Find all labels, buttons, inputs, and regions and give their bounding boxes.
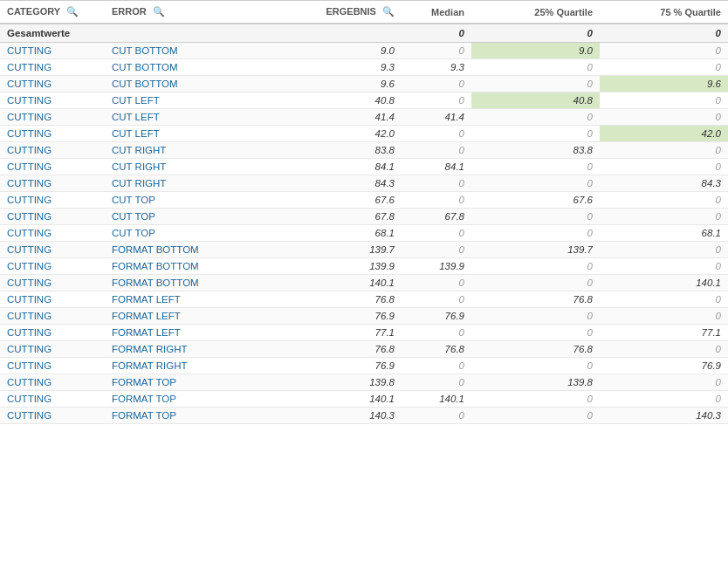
- error-cell: FORMAT RIGHT: [105, 358, 306, 374]
- median-cell: 0: [402, 358, 471, 374]
- ergebnis-cell: 77.1: [306, 325, 402, 341]
- q25-cell: 139.8: [471, 374, 600, 391]
- table-row: CUTTINGCUT TOP68.10068.1: [0, 225, 728, 242]
- median-cell: 76.9: [402, 308, 471, 325]
- table-row: CUTTINGCUT LEFT42.00042.0: [0, 126, 728, 142]
- median-cell: 0: [402, 325, 471, 341]
- ergebnis-cell: 76.8: [306, 291, 402, 308]
- median-cell: 0: [402, 142, 471, 159]
- q25-cell: 0: [471, 391, 600, 408]
- category-cell: CUTTING: [0, 126, 105, 142]
- error-cell: FORMAT TOP: [105, 408, 306, 424]
- ergebnis-cell: 67.6: [306, 192, 402, 209]
- table-row: CUTTINGFORMAT BOTTOM139.9139.900: [0, 258, 728, 275]
- median-cell: 0: [402, 43, 471, 59]
- q25-cell: 0: [471, 408, 600, 424]
- ergebnis-cell: 41.4: [306, 109, 402, 126]
- error-cell: CUT BOTTOM: [105, 76, 306, 93]
- category-cell: CUTTING: [0, 76, 105, 93]
- error-cell: CUT RIGHT: [105, 159, 306, 175]
- q25-cell: 0: [471, 59, 600, 76]
- q75-cell: 0: [600, 242, 728, 258]
- median-cell: 140.1: [402, 391, 471, 408]
- table-header-row: CATEGORY 🔍 ERROR 🔍 ERGEBNIS 🔍 Median 25%…: [0, 1, 728, 24]
- error-cell: FORMAT LEFT: [105, 325, 306, 341]
- median-cell: 0: [402, 76, 471, 93]
- error-cell: FORMAT BOTTOM: [105, 275, 306, 291]
- median-cell: 0: [402, 291, 471, 308]
- category-cell: CUTTING: [0, 209, 105, 225]
- ergebnis-cell: 76.8: [306, 341, 402, 358]
- table-row: CUTTINGCUT BOTTOM9.39.300: [0, 59, 728, 76]
- table-row: CUTTINGFORMAT TOP140.300140.3: [0, 408, 728, 424]
- ergebnis-cell: 9.0: [306, 43, 402, 59]
- table-row: CUTTINGFORMAT LEFT76.8076.80: [0, 291, 728, 308]
- median-cell: 0: [402, 192, 471, 209]
- error-header: ERROR 🔍: [105, 1, 306, 24]
- data-table: CATEGORY 🔍 ERROR 🔍 ERGEBNIS 🔍 Median 25%…: [0, 0, 728, 424]
- q25-header: 25% Quartile: [471, 1, 600, 24]
- error-cell: CUT TOP: [105, 225, 306, 242]
- median-cell: 9.3: [402, 59, 471, 76]
- category-cell: CUTTING: [0, 358, 105, 374]
- ergebnis-cell: 76.9: [306, 358, 402, 374]
- q25-cell: 0: [471, 209, 600, 225]
- table-row: CUTTINGFORMAT RIGHT76.876.876.80: [0, 341, 728, 358]
- category-cell: CUTTING: [0, 109, 105, 126]
- ergebnis-cell: 84.1: [306, 159, 402, 175]
- table-row: CUTTINGCUT BOTTOM9.009.00: [0, 43, 728, 59]
- q25-cell: 9.0: [471, 43, 600, 59]
- category-cell: CUTTING: [0, 175, 105, 192]
- table-row: CUTTINGCUT RIGHT83.8083.80: [0, 142, 728, 159]
- totals-q25: 0: [471, 24, 600, 43]
- ergebnis-cell: 9.3: [306, 59, 402, 76]
- ergebnis-cell: 9.6: [306, 76, 402, 93]
- q75-cell: 76.9: [600, 358, 728, 374]
- median-cell: 0: [402, 408, 471, 424]
- error-search-icon[interactable]: 🔍: [153, 6, 165, 17]
- q75-header: 75 % Quartile: [600, 1, 728, 24]
- category-cell: CUTTING: [0, 258, 105, 275]
- median-cell: 84.1: [402, 159, 471, 175]
- category-header: CATEGORY 🔍: [0, 1, 105, 24]
- ergebnis-cell: 139.8: [306, 374, 402, 391]
- q25-cell: 0: [471, 225, 600, 242]
- category-cell: CUTTING: [0, 93, 105, 109]
- q25-cell: 0: [471, 258, 600, 275]
- error-cell: CUT RIGHT: [105, 175, 306, 192]
- table-row: CUTTINGFORMAT BOTTOM140.100140.1: [0, 275, 728, 291]
- median-cell: 41.4: [402, 109, 471, 126]
- q75-cell: 0: [600, 391, 728, 408]
- q75-cell: 0: [600, 43, 728, 59]
- ergebnis-search-icon[interactable]: 🔍: [382, 6, 395, 17]
- error-cell: CUT LEFT: [105, 93, 306, 109]
- error-cell: FORMAT LEFT: [105, 291, 306, 308]
- q25-cell: 83.8: [471, 142, 600, 159]
- q75-cell: 0: [600, 93, 728, 109]
- q25-cell: 0: [471, 275, 600, 291]
- table-row: CUTTINGCUT RIGHT84.30084.3: [0, 175, 728, 192]
- category-search-icon[interactable]: 🔍: [66, 6, 79, 17]
- q75-cell: 68.1: [600, 225, 728, 242]
- median-header: Median: [402, 1, 471, 24]
- table-row: CUTTINGCUT TOP67.6067.60: [0, 192, 728, 209]
- category-cell: CUTTING: [0, 142, 105, 159]
- q25-cell: 67.6: [471, 192, 600, 209]
- main-table-container: CATEGORY 🔍 ERROR 🔍 ERGEBNIS 🔍 Median 25%…: [0, 0, 728, 424]
- q75-cell: 84.3: [600, 175, 728, 192]
- table-row: CUTTINGCUT TOP67.867.800: [0, 209, 728, 225]
- q25-cell: 0: [471, 308, 600, 325]
- table-row: CUTTINGFORMAT LEFT76.976.900: [0, 308, 728, 325]
- median-cell: 67.8: [402, 209, 471, 225]
- q25-cell: 76.8: [471, 291, 600, 308]
- ergebnis-cell: 84.3: [306, 175, 402, 192]
- median-cell: 0: [402, 374, 471, 391]
- ergebnis-cell: 67.8: [306, 209, 402, 225]
- table-row: CUTTINGCUT BOTTOM9.6009.6: [0, 76, 728, 93]
- q25-cell: 0: [471, 325, 600, 341]
- q25-cell: 0: [471, 358, 600, 374]
- median-cell: 0: [402, 275, 471, 291]
- category-cell: CUTTING: [0, 59, 105, 76]
- category-cell: CUTTING: [0, 391, 105, 408]
- error-cell: CUT RIGHT: [105, 142, 306, 159]
